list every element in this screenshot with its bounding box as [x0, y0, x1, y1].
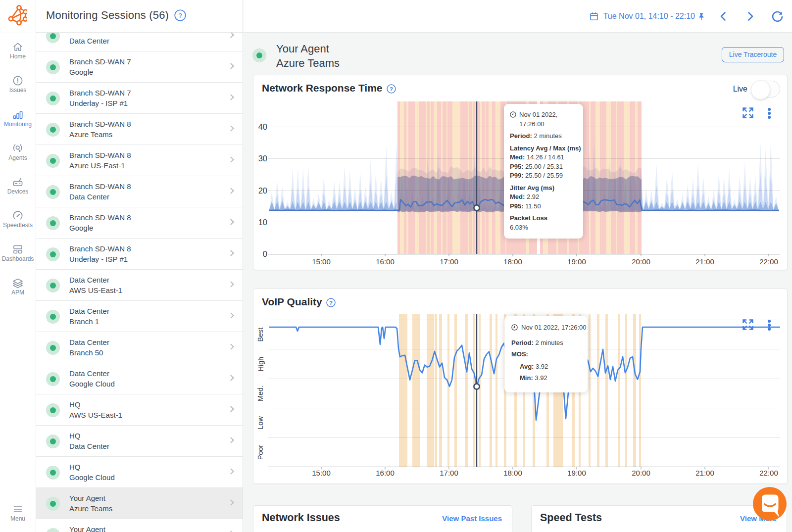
- svg-text:Med.: Med.: [257, 386, 265, 401]
- svg-text:17:00: 17:00: [440, 257, 458, 266]
- svg-text:22:00: 22:00: [759, 257, 778, 266]
- svg-text:?: ?: [179, 11, 183, 19]
- svg-text:Low: Low: [257, 416, 265, 430]
- svg-text:22:00: 22:00: [759, 469, 778, 477]
- svg-text:20:00: 20:00: [632, 257, 650, 266]
- svg-text:19:00: 19:00: [567, 257, 586, 266]
- svg-text:17:00: 17:00: [440, 469, 458, 477]
- svg-text:16:00: 16:00: [376, 257, 395, 266]
- svg-text:15:00: 15:00: [312, 257, 331, 266]
- svg-text:20:00: 20:00: [632, 469, 650, 477]
- svg-text:High: High: [257, 357, 265, 372]
- svg-text:0: 0: [263, 249, 267, 258]
- svg-text:10: 10: [258, 218, 267, 227]
- svg-text:16:00: 16:00: [376, 469, 395, 477]
- svg-text:21:00: 21:00: [695, 469, 714, 477]
- svg-text:19:00: 19:00: [567, 469, 586, 477]
- svg-text:21:00: 21:00: [695, 257, 714, 266]
- svg-text:20: 20: [258, 186, 267, 195]
- svg-text:40: 40: [258, 122, 267, 131]
- svg-text:30: 30: [258, 154, 267, 163]
- svg-text:15:00: 15:00: [312, 469, 331, 477]
- svg-text:?: ?: [390, 86, 393, 92]
- svg-text:18:00: 18:00: [503, 257, 522, 266]
- svg-text:?: ?: [329, 300, 333, 306]
- svg-text:18:00: 18:00: [503, 469, 522, 477]
- svg-text:Poor: Poor: [257, 444, 265, 460]
- svg-text:Best: Best: [257, 328, 265, 342]
